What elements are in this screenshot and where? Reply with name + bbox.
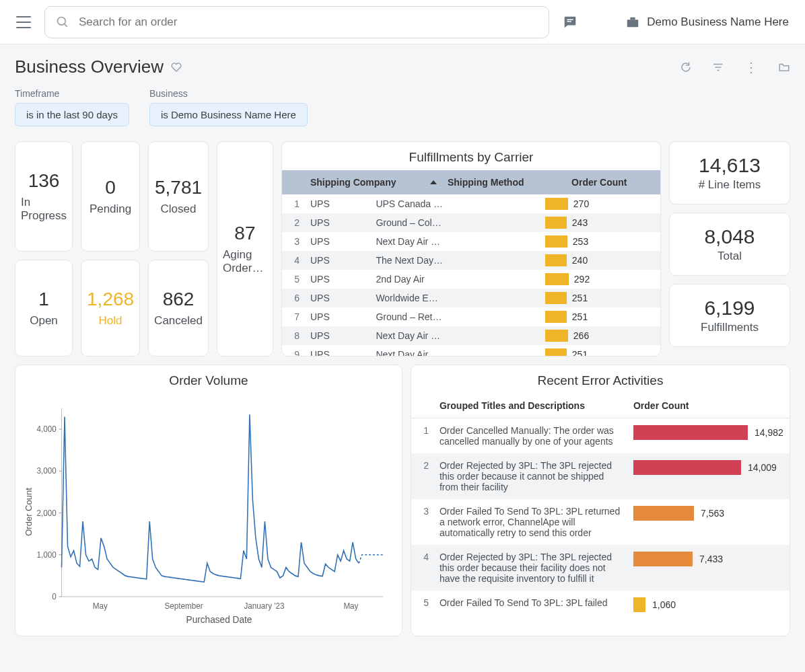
row-index: 3 [282, 232, 305, 251]
cell-method: UPS Canada … [370, 194, 539, 213]
stat-label: Fulfillments [675, 321, 784, 334]
hamburger-menu-icon[interactable] [16, 16, 31, 28]
cell-count: 292 [540, 270, 660, 289]
row-index: 8 [282, 326, 305, 345]
svg-text:1,000: 1,000 [36, 550, 57, 560]
filter-icon[interactable] [712, 61, 724, 73]
stat-card-hold[interactable]: 1,268 Hold [81, 260, 140, 357]
current-business[interactable]: Demo Business Name Here [625, 15, 789, 30]
stat-label: Closed [161, 202, 197, 216]
errors-scroll[interactable]: Grouped Titles and Descriptions Order Co… [411, 394, 790, 619]
page-actions: ⋮ [680, 61, 790, 74]
col-shipping-method[interactable]: Shipping Method [442, 170, 566, 194]
stat-card-total[interactable]: 8,048 Total [669, 213, 790, 276]
order-volume-chart: Order Count 01,0002,0003,0004,000 MaySep… [15, 394, 402, 636]
table-row[interactable]: 2UPSGround – Col…243 [282, 213, 660, 232]
cell-error-count: 14,982 [628, 418, 790, 454]
table-row[interactable]: 7UPSGround – Ret…251 [282, 307, 660, 326]
table-row[interactable]: 5Order Failed To Send To 3PL: 3PL failed… [411, 591, 790, 619]
stat-card-fulfillments[interactable]: 6,199 Fulfillments [669, 284, 790, 347]
table-row[interactable]: 1Order Cancelled Manually: The order was… [411, 418, 790, 454]
row-index: 3 [411, 499, 434, 545]
stat-label: Total [675, 250, 784, 263]
stat-card-open[interactable]: 1 Open [15, 260, 73, 357]
col-error-count[interactable]: Order Count [628, 394, 790, 418]
stat-value: 0 [105, 177, 116, 198]
col-error-desc[interactable]: Grouped Titles and Descriptions [434, 394, 628, 418]
cell-method: Worldwide E… [370, 289, 539, 307]
cell-method: The Next Day… [370, 251, 539, 270]
panel-title: Fulfillments by Carrier [282, 142, 660, 170]
chat-icon[interactable] [563, 15, 578, 30]
stat-label: Hold [99, 314, 123, 328]
table-row[interactable]: 9UPSNext Day Air251 [282, 345, 660, 356]
row-index: 9 [282, 345, 305, 356]
favorite-heart-icon[interactable] [170, 61, 182, 73]
cell-error-count: 7,433 [628, 545, 790, 591]
errors-table: Grouped Titles and Descriptions Order Co… [411, 394, 790, 619]
table-row[interactable]: 1UPSUPS Canada …270 [282, 194, 660, 213]
cell-company: UPS [305, 232, 370, 251]
cell-count: 266 [540, 326, 660, 345]
cell-method: Ground – Ret… [370, 307, 539, 326]
search-input[interactable] [79, 15, 538, 29]
filter-timeframe-chip[interactable]: is in the last 90 days [15, 103, 129, 126]
svg-point-0 [58, 17, 66, 25]
svg-rect-3 [567, 21, 571, 22]
more-menu-icon[interactable]: ⋮ [744, 61, 758, 74]
cell-company: UPS [305, 289, 370, 307]
refresh-icon[interactable] [680, 61, 692, 73]
cell-count: 243 [540, 213, 660, 232]
stat-value: 14,613 [675, 154, 784, 177]
stat-label: In Progress [21, 196, 67, 223]
stat-card-closed[interactable]: 5,781 Closed [148, 141, 209, 252]
page-body: Business Overview ⋮ Timeframe is in the … [0, 44, 805, 648]
stat-value: 6,199 [675, 297, 784, 320]
row-index: 4 [411, 545, 434, 591]
stat-label: # Line Items [675, 178, 784, 192]
panel-recent-errors: Recent Error Activities Grouped Titles a… [411, 365, 790, 636]
stat-value: 5,781 [155, 177, 202, 198]
table-row[interactable]: 8UPSNext Day Air …266 [282, 326, 660, 345]
page-header: Business Overview ⋮ [15, 57, 790, 77]
cell-error-count: 7,563 [628, 499, 790, 545]
carrier-table-scroll[interactable]: 1UPSUPS Canada …2702UPSGround – Col…2433… [282, 194, 660, 356]
filter-business-label: Business [149, 88, 308, 99]
svg-text:0: 0 [52, 592, 57, 601]
row-index: 2 [411, 453, 434, 499]
row-index: 1 [411, 418, 434, 454]
svg-text:May: May [343, 601, 358, 611]
stat-value: 862 [163, 289, 195, 310]
filter-timeframe: Timeframe is in the last 90 days [15, 88, 129, 126]
table-row[interactable]: 4UPSThe Next Day…240 [282, 251, 660, 270]
stat-card-line-items[interactable]: 14,613 # Line Items [669, 141, 790, 204]
table-row[interactable]: 3Order Failed To Send To 3PL: 3PL return… [411, 499, 790, 545]
stat-label: Open [30, 314, 58, 328]
chart-xlabel: Purchased Date [186, 614, 252, 625]
search-field-wrap[interactable] [44, 6, 549, 38]
stat-card-pending[interactable]: 0 Pending [81, 141, 140, 252]
stat-card-in-progress[interactable]: 136 In Progress [15, 141, 73, 252]
stat-card-aging-orders[interactable]: 87 Aging Order… [217, 141, 273, 357]
svg-text:4,000: 4,000 [36, 424, 57, 434]
cell-error-desc: Order Rejected by 3PL: The 3PL rejected … [434, 453, 628, 499]
col-shipping-company[interactable]: Shipping Company [305, 170, 442, 194]
svg-text:2,000: 2,000 [36, 508, 57, 517]
stat-card-canceled[interactable]: 862 Canceled [148, 260, 209, 357]
table-row[interactable]: 2Order Rejected by 3PL: The 3PL rejected… [411, 453, 790, 499]
svg-text:May: May [93, 601, 108, 611]
cell-count: 251 [540, 289, 660, 307]
table-row[interactable]: 6UPSWorldwide E…251 [282, 289, 660, 307]
table-row[interactable]: 5UPS2nd Day Air292 [282, 270, 660, 289]
cell-error-count: 1,060 [628, 591, 790, 619]
table-row[interactable]: 3UPSNext Day Air …253 [282, 232, 660, 251]
stat-label: Canceled [154, 314, 203, 328]
col-order-count[interactable]: Order Count [566, 170, 660, 194]
filter-business-chip[interactable]: is Demo Business Name Here [149, 103, 308, 126]
stat-value: 87 [234, 223, 255, 244]
table-row[interactable]: 4Order Rejected by 3PL: The 3PL rejected… [411, 545, 790, 591]
folder-icon[interactable] [778, 61, 790, 73]
svg-rect-4 [627, 20, 639, 27]
stat-value: 1 [38, 289, 49, 310]
chart-ylabel: Order Count [24, 488, 34, 536]
